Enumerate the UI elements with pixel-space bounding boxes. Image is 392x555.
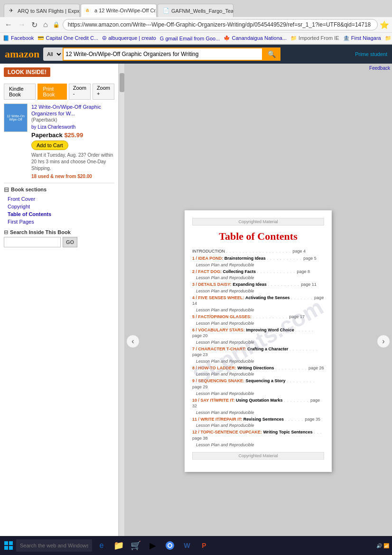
section-toc[interactable]: Table of Contents	[8, 210, 114, 218]
prime-badge: Prime student	[355, 51, 387, 57]
book-info: 12 Write-On Wipe-Off 12 Write-On/Wipe-Of…	[4, 103, 114, 179]
svg-rect-0	[4, 541, 8, 545]
amazon-logo: amazon	[5, 48, 39, 60]
tab-label-1: ARQ to SAN Flights | Expx...	[18, 8, 80, 14]
prev-page-button[interactable]: ‹	[126, 335, 140, 348]
windows-icon	[3, 540, 14, 551]
scroll-thumb[interactable]	[120, 73, 124, 92]
kindle-tab[interactable]: Kindle Book	[4, 84, 36, 100]
toc-sub-11: Lesson Plan and Reproducible	[196, 442, 324, 447]
bookmark-imported-fra[interactable]: 📁 Imported Fra...	[385, 35, 392, 41]
toc-entry-7: 8 / HOW-TO LADDER: Writing Directions . …	[192, 365, 324, 371]
bookmark-first-niagara[interactable]: 🏦 First Niagara	[343, 35, 381, 41]
amazon-search-bar: All 🔍	[43, 47, 280, 61]
toc-entry-5: 6 / VOCABULARY STARS: Improving Word Cho…	[192, 327, 324, 339]
home-button[interactable]: ⌂	[41, 19, 50, 30]
book-author: by Liza Charlesworth	[31, 124, 114, 130]
intro-label: INTRODUCTION	[192, 249, 225, 254]
url-bar[interactable]	[63, 19, 378, 30]
toc-entry-1: 2 / FACT DOG: Collecting Facts . . . . .…	[192, 269, 324, 275]
book-sections-label: Book sections	[11, 187, 47, 192]
taskbar-media-icon[interactable]: ▶	[145, 538, 160, 553]
search-toggle-icon[interactable]: ⊟	[4, 229, 8, 235]
taskbar-ppt-icon[interactable]: P	[196, 538, 212, 553]
bookmark-albuquerque[interactable]: ☮ albuquerque | creato	[102, 35, 156, 41]
section-front-cover[interactable]: Front Cover	[8, 195, 114, 203]
amazon-search-button[interactable]: 🔍	[263, 47, 280, 61]
book-page: Copyrighted Material Table of Contents I…	[185, 210, 332, 471]
bookmark-canandaigua[interactable]: 🍁 Canandaigua Nationa...	[224, 35, 287, 41]
system-tray: 🔊 📶	[376, 543, 389, 548]
section-first-pages[interactable]: First Pages	[8, 218, 114, 226]
book-sections-list: Front Cover Copyright Table of Contents …	[8, 195, 114, 226]
search-inside-input[interactable]	[4, 237, 61, 247]
taskbar-edge-icon[interactable]: e	[94, 538, 109, 553]
tab-favicon-2: a	[86, 7, 93, 14]
toc-entry-3: 4 / FIVE SENSES WHEEL: Activating the Se…	[192, 295, 324, 307]
search-inside-label: Search Inside This Book	[10, 229, 71, 235]
book-format: (Paperback)	[31, 117, 114, 122]
toc-intro: INTRODUCTION . . . . . . . . . . . . . .…	[192, 248, 324, 254]
back-button[interactable]: ←	[3, 19, 14, 30]
zoom-in-button[interactable]: Zoom +	[93, 84, 114, 100]
copyright-top: Copyrighted Material	[192, 218, 324, 226]
bookmark-imported-ie[interactable]: 📁 Imported From IE	[290, 35, 339, 41]
book-sections-header: ⊟ Book sections	[4, 183, 114, 193]
toc-sub-1: Lesson Plan and Reproducible	[196, 275, 324, 280]
reload-button[interactable]: ↻	[29, 19, 39, 30]
add-to-cart-button[interactable]: Add to Cart	[31, 141, 68, 150]
intro-page: page 4	[293, 249, 306, 254]
start-button[interactable]	[3, 540, 14, 551]
author-link[interactable]: Liza Charlesworth	[37, 124, 75, 130]
bookmark-gmail[interactable]: G gmail Email from Goo...	[160, 36, 220, 41]
svg-rect-1	[9, 541, 13, 545]
tab-label-3: GAFNM_Wells_Fargo_Tea...	[171, 8, 233, 14]
amazon-header: amazon All 🔍 Prime student	[0, 45, 392, 64]
taskbar-word-icon[interactable]: W	[179, 538, 195, 553]
taskbar-folder-icon[interactable]: 📁	[111, 538, 126, 553]
section-copyright[interactable]: Copyright	[8, 203, 114, 210]
book-title[interactable]: 12 Write-On/Wipe-Off Graphic Organizers …	[31, 103, 114, 117]
toc-entry-6: 7 / CHARACTER T-CHART: Crafting a Charac…	[192, 346, 324, 358]
taskbar: e 📁 🛒 ▶ W P 🔊 📶	[0, 536, 392, 555]
toc-title: Table of Contents	[192, 230, 324, 243]
tab-2[interactable]: a a 12 Write-On/Wipe-Off Cr... ✕	[81, 4, 157, 17]
used-price-info: 18 used & new from $20.00	[31, 174, 114, 179]
tab-3[interactable]: 📄 GAFNM_Wells_Fargo_Tea... ✕	[158, 4, 233, 17]
book-details: 12 Write-On/Wipe-Off Graphic Organizers …	[31, 103, 114, 179]
toc-sub-4: Lesson Plan and Reproducible	[196, 321, 324, 326]
taskbar-chrome-icon[interactable]	[162, 538, 177, 553]
svg-point-6	[168, 544, 171, 547]
amazon-search-category[interactable]: All	[43, 47, 63, 61]
toc-entry-8: 9 / SEQUENCING SNAKE: Sequencing a Story…	[192, 378, 324, 390]
copyright-bottom: Copyrighted Material	[192, 452, 324, 460]
taskbar-store-icon[interactable]: 🛒	[128, 538, 143, 553]
taskbar-search-input[interactable]	[16, 539, 92, 552]
book-content-area: ‹ Feedback Copyrighted Material Table of…	[124, 64, 392, 555]
bookmark-capital-one[interactable]: 💳 Capital One Credit C...	[37, 35, 98, 41]
toc-sub-10: Lesson Plan and Reproducible	[196, 423, 324, 428]
bookmark-facebook[interactable]: 📘 Facebook	[3, 35, 34, 41]
print-tab[interactable]: Print Book	[37, 84, 66, 100]
next-page-button[interactable]: ›	[377, 335, 390, 348]
nav-bar: ← → ↻ ⌂ 🔒 ⭐	[0, 17, 392, 33]
sections-toggle-icon[interactable]: ⊟	[4, 186, 9, 193]
scrollbar[interactable]	[119, 64, 124, 555]
tab-favicon-3: 📄	[163, 8, 169, 14]
taskbar-right: 🔊 📶	[376, 543, 389, 548]
svg-rect-2	[4, 546, 8, 550]
svg-rect-3	[9, 546, 13, 550]
feedback-button[interactable]: Feedback	[369, 66, 390, 71]
toc-entry-4: 5 / FACT/OPINION GLASSES: . . . . . . . …	[192, 314, 324, 320]
url-search-button[interactable]: ⭐	[380, 20, 389, 29]
search-inside-button[interactable]: GO	[63, 237, 77, 247]
toc-entry-11: 12 / TOPIC-SENTENCE CUPCAKE: Writing Top…	[192, 429, 324, 441]
tab-1[interactable]: ✈ ARQ to SAN Flights | Expx... ✕	[4, 4, 80, 17]
zoom-out-button[interactable]: Zoom -	[69, 84, 91, 100]
search-inside-form: GO	[4, 237, 114, 247]
toc-sub-6: Lesson Plan and Reproducible	[196, 359, 324, 364]
tab-bar: ✈ ARQ to SAN Flights | Expx... ✕ a a 12 …	[0, 0, 392, 17]
toc-sub-3: Lesson Plan and Reproducible	[196, 308, 324, 312]
amazon-search-input[interactable]	[63, 47, 263, 61]
forward-button[interactable]: →	[16, 19, 28, 30]
